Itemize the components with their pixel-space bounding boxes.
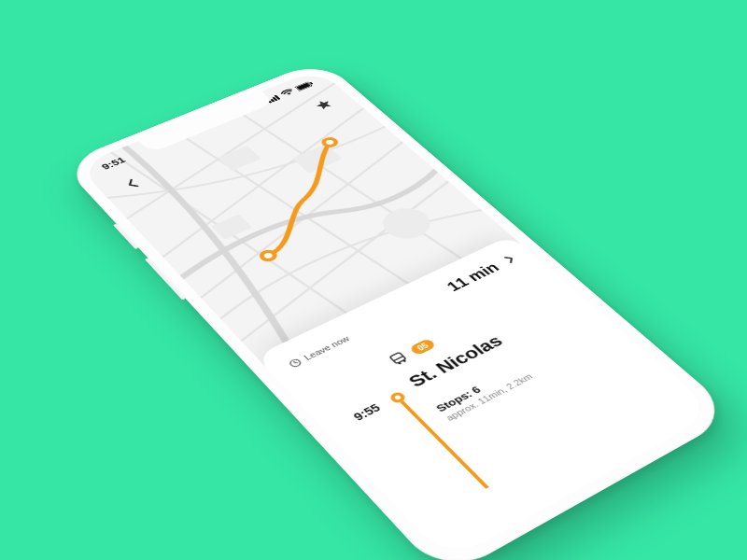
timeline-line (401, 400, 489, 488)
stops-count: Stops: 6 (433, 326, 599, 414)
svg-rect-12 (389, 352, 406, 363)
star-icon (312, 98, 335, 112)
clock-icon (287, 357, 303, 369)
expand-route-button[interactable] (502, 254, 517, 265)
screen: 9:51 (78, 69, 716, 560)
trip-duration: 11 min (444, 260, 503, 295)
timeline-origin-dot (388, 390, 408, 404)
bus-icon (385, 349, 412, 368)
departure-time: 9:55 (315, 375, 383, 428)
route-number-badge: 05 (408, 338, 436, 356)
route-origin-marker (260, 250, 277, 262)
svg-line-13 (394, 357, 403, 361)
svg-rect-0 (268, 101, 272, 104)
svg-point-11 (289, 358, 303, 368)
cellular-icon (265, 94, 281, 104)
approx-info: approx. 11min, 2.2km (444, 334, 608, 422)
leave-now-selector[interactable]: Leave now (287, 334, 351, 369)
origin-stop-name: St. Nicolas (404, 299, 575, 391)
route-destination-marker (321, 137, 338, 147)
chevron-right-icon (502, 255, 515, 263)
chevron-left-icon (123, 177, 142, 190)
battery-icon (294, 80, 315, 91)
wifi-icon (279, 88, 296, 97)
phone-frame: 9:51 (61, 60, 736, 560)
route-sheet[interactable]: Leave now 11 min 9:55 (255, 235, 715, 560)
svg-point-15 (402, 359, 406, 362)
svg-rect-5 (296, 82, 311, 90)
leave-now-label: Leave now (302, 334, 351, 361)
svg-point-14 (398, 362, 402, 365)
timeline (359, 362, 495, 492)
